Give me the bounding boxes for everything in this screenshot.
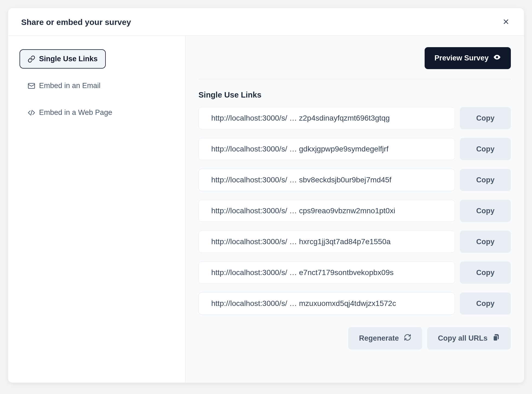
link-row: http://localhost:3000/s/ … sbv8eckdsjb0u… — [198, 169, 511, 191]
copy-button[interactable]: Copy — [460, 138, 511, 160]
copy-icon — [492, 334, 500, 343]
link-list: http://localhost:3000/s/ … z2p4sdinayfqz… — [198, 107, 511, 315]
copy-all-label: Copy all URLs — [438, 334, 488, 343]
link-url[interactable]: http://localhost:3000/s/ … sbv8eckdsjb0u… — [198, 169, 455, 191]
copy-button[interactable]: Copy — [460, 107, 511, 129]
sidebar: Single Use Links Embed in an Email — [8, 36, 185, 383]
close-icon — [502, 18, 510, 26]
eye-icon — [493, 53, 501, 63]
copy-button[interactable]: Copy — [460, 169, 511, 191]
link-url[interactable]: http://localhost:3000/s/ … hxrcg1jj3qt7a… — [198, 231, 455, 253]
svg-point-4 — [496, 56, 498, 58]
link-row: http://localhost:3000/s/ … e7nct7179sont… — [198, 261, 511, 284]
sidebar-item-single-use-links[interactable]: Single Use Links — [20, 49, 106, 69]
svg-rect-5 — [494, 336, 497, 340]
copy-all-button[interactable]: Copy all URLs — [427, 327, 511, 350]
link-url[interactable]: http://localhost:3000/s/ … gdkxjgpwp9e9s… — [198, 138, 455, 160]
link-row: http://localhost:3000/s/ … cps9reao9vbzn… — [198, 200, 511, 222]
sidebar-item-embed-webpage[interactable]: Embed in a Web Page — [20, 103, 120, 122]
refresh-icon — [404, 334, 411, 343]
sidebar-item-embed-email[interactable]: Embed in an Email — [20, 76, 109, 95]
close-button[interactable] — [501, 17, 511, 27]
link-url[interactable]: http://localhost:3000/s/ … mzuxuomxd5qj4… — [198, 292, 455, 315]
modal-title: Share or embed your survey — [21, 18, 131, 27]
link-icon — [28, 55, 35, 63]
copy-button[interactable]: Copy — [460, 200, 511, 222]
link-row: http://localhost:3000/s/ … hxrcg1jj3qt7a… — [198, 231, 511, 253]
modal-body: Single Use Links Embed in an Email — [8, 36, 524, 383]
preview-button-label: Preview Survey — [434, 54, 489, 62]
link-url[interactable]: http://localhost:3000/s/ … z2p4sdinayfqz… — [198, 107, 455, 129]
sidebar-item-label: Single Use Links — [39, 55, 98, 63]
sidebar-item-label: Embed in an Email — [39, 82, 101, 90]
main-panel: Preview Survey Single Use Links http://l… — [185, 36, 524, 383]
footer-row: Regenerate Copy all URLs — [198, 327, 511, 350]
link-row: http://localhost:3000/s/ … mzuxuomxd5qj4… — [198, 292, 511, 315]
link-url[interactable]: http://localhost:3000/s/ … e7nct7179sont… — [198, 261, 455, 284]
share-modal: Share or embed your survey Single Use Li… — [8, 8, 524, 383]
copy-button[interactable]: Copy — [460, 231, 511, 253]
regenerate-button[interactable]: Regenerate — [348, 327, 422, 350]
copy-button[interactable]: Copy — [460, 292, 511, 315]
preview-survey-button[interactable]: Preview Survey — [425, 47, 511, 69]
link-row: http://localhost:3000/s/ … gdkxjgpwp9e9s… — [198, 138, 511, 160]
svg-line-3 — [31, 110, 32, 115]
code-icon — [28, 109, 35, 117]
section-title: Single Use Links — [198, 91, 511, 99]
link-row: http://localhost:3000/s/ … z2p4sdinayfqz… — [198, 107, 511, 129]
sidebar-item-label: Embed in a Web Page — [39, 108, 112, 117]
copy-button[interactable]: Copy — [460, 261, 511, 284]
top-row: Preview Survey — [198, 47, 511, 79]
link-url[interactable]: http://localhost:3000/s/ … cps9reao9vbzn… — [198, 200, 455, 222]
regenerate-label: Regenerate — [359, 334, 399, 343]
modal-header: Share or embed your survey — [8, 8, 524, 36]
mail-icon — [28, 82, 35, 90]
